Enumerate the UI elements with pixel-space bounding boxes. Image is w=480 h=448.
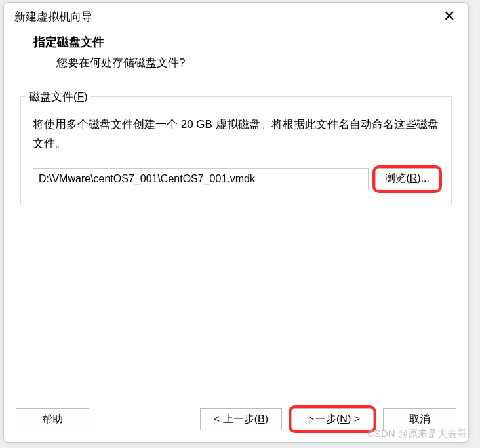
button-bar: 帮助 < 上一步(B) 下一步(N) > 取消 bbox=[4, 400, 468, 442]
browse-button[interactable]: 浏览(R)... bbox=[375, 168, 439, 190]
disk-file-legend: 磁盘文件(F) bbox=[26, 89, 90, 104]
back-suffix: ) bbox=[265, 413, 268, 424]
next-suffix: ) > bbox=[348, 413, 360, 424]
legend-hotkey: F bbox=[77, 91, 84, 103]
wizard-body: 磁盘文件(F) 将使用多个磁盘文件创建一个 20 GB 虚拟磁盘。将根据此文件名… bbox=[4, 83, 468, 400]
dialog-title: 新建虚拟机向导 bbox=[14, 9, 92, 24]
page-title: 指定磁盘文件 bbox=[33, 34, 449, 50]
titlebar: 新建虚拟机向导 ✕ bbox=[4, 3, 468, 28]
disk-file-row: 浏览(R)... bbox=[33, 168, 439, 190]
spacer bbox=[98, 408, 191, 430]
next-prefix: 下一步( bbox=[305, 413, 340, 424]
browse-hotkey: R bbox=[410, 173, 418, 184]
disk-path-input[interactable] bbox=[33, 168, 369, 190]
legend-suffix: ) bbox=[84, 91, 88, 103]
next-hotkey: N bbox=[340, 413, 348, 424]
close-icon[interactable]: ✕ bbox=[438, 8, 460, 25]
legend-prefix: 磁盘文件( bbox=[29, 91, 77, 103]
back-button[interactable]: < 上一步(B) bbox=[200, 408, 282, 430]
page-subtitle: 您要在何处存储磁盘文件? bbox=[33, 55, 449, 70]
cancel-button[interactable]: 取消 bbox=[383, 408, 456, 430]
back-prefix: < 上一步( bbox=[214, 413, 258, 424]
browse-prefix: 浏览( bbox=[385, 173, 409, 184]
disk-file-description: 将使用多个磁盘文件创建一个 20 GB 虚拟磁盘。将根据此文件名自动命名这些磁盘… bbox=[33, 115, 439, 153]
back-hotkey: B bbox=[258, 413, 265, 424]
disk-file-group: 磁盘文件(F) 将使用多个磁盘文件创建一个 20 GB 虚拟磁盘。将根据此文件名… bbox=[20, 96, 452, 205]
browse-suffix: )... bbox=[417, 173, 430, 184]
next-button[interactable]: 下一步(N) > bbox=[291, 408, 374, 430]
wizard-header: 指定磁盘文件 您要在何处存储磁盘文件? bbox=[4, 28, 468, 83]
help-button[interactable]: 帮助 bbox=[16, 408, 89, 430]
wizard-dialog: 新建虚拟机向导 ✕ 指定磁盘文件 您要在何处存储磁盘文件? 磁盘文件(F) 将使… bbox=[3, 2, 469, 443]
